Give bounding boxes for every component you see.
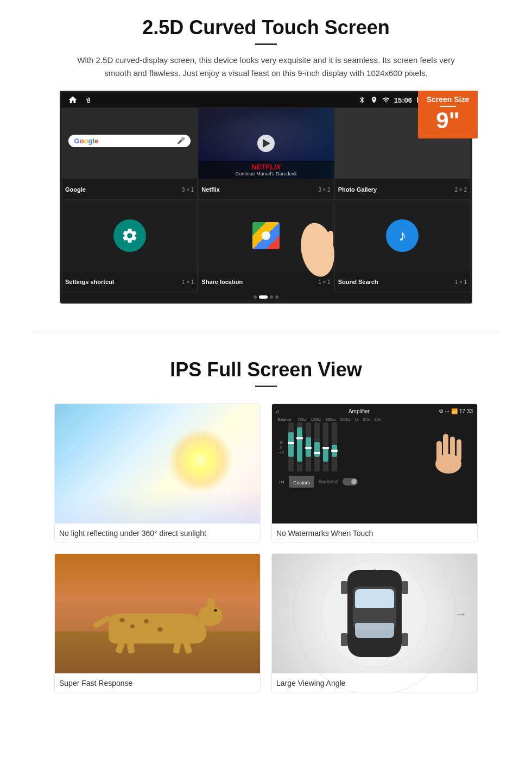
status-left: [68, 95, 93, 105]
freq-500hz: 500hz: [340, 418, 350, 421]
svg-rect-1: [312, 225, 319, 253]
sunlight-image: [55, 404, 260, 523]
section-curved: 2.5D Curved Touch Screen With 2.5D curve…: [0, 0, 532, 314]
eq-bar-5: [323, 422, 328, 471]
cheetah-caption-text: Super Fast Response: [59, 679, 132, 687]
play-button[interactable]: [257, 135, 275, 152]
section2-title: IPS Full Screen View: [33, 358, 499, 381]
feature-amplifier-card: ⌂ Amplifier ⚙ ··· 📶 17:33 Balance 60hz 1…: [271, 403, 478, 542]
feature-grid: No light reflecting under 360° direct su…: [33, 403, 499, 692]
amp-custom-btn[interactable]: Custom: [289, 476, 314, 488]
netflix-cell-label: Netflix 3 × 2: [198, 179, 333, 200]
location-icon: [370, 96, 378, 104]
section1-description: With 2.5D curved-display screen, this de…: [76, 54, 456, 80]
sound-app-bg: ♪: [335, 200, 470, 271]
section-divider-line: [33, 331, 499, 331]
svg-point-9: [435, 454, 461, 474]
dot-3: [270, 295, 273, 299]
app-grid-row2: Settings shortcut 1 × 1: [61, 200, 471, 292]
settings-app-bg: [62, 200, 197, 271]
sound-cell-label: Sound Search 1 × 1: [335, 271, 470, 292]
amp-loudness-label: loudness: [319, 479, 338, 484]
wifi-icon: [382, 96, 390, 104]
amp-title: Amplifier: [349, 408, 370, 414]
section2-divider: [255, 386, 277, 387]
eq-bar-group: [288, 422, 337, 471]
touch-hand-eq-icon: [429, 431, 467, 482]
eq-handle-6[interactable]: [331, 450, 338, 452]
google-cell-label: Google 3 × 1: [62, 179, 197, 200]
usb-icon: [84, 96, 93, 104]
wheel-fl: [341, 581, 347, 594]
play-triangle-icon: [263, 139, 270, 148]
netflix-app-name: Netflix: [201, 186, 220, 193]
netflix-app-size: 3 × 2: [318, 187, 331, 193]
amplifier-image: ⌂ Amplifier ⚙ ··· 📶 17:33 Balance 60hz 1…: [272, 404, 477, 523]
gallery-app-size: 2 × 2: [454, 187, 467, 193]
netflix-sub: Continue Marvel's Daredevil: [201, 171, 330, 176]
amp-eq-icon: ⚙: [439, 408, 444, 414]
cheetah-image: [55, 554, 260, 673]
sound-app-cell[interactable]: ♪ Sound Search 1 × 1: [334, 200, 471, 292]
settings-app-name: Settings shortcut: [65, 279, 114, 285]
sunlight-caption-text: No light reflecting under 360° direct su…: [59, 529, 206, 538]
freq-2k5: 2.5k: [363, 418, 370, 421]
device-wrapper: Screen Size 9": [60, 91, 472, 304]
amp-balance-label: Balance: [276, 418, 293, 421]
badge-divider: [440, 106, 456, 107]
music-note-icon: ♪: [398, 227, 406, 244]
cheetah-shape: [109, 614, 206, 644]
maps-icon: [252, 222, 280, 249]
svg-rect-2: [320, 228, 326, 254]
amp-prev-btn[interactable]: ⏮: [280, 479, 284, 484]
maps-body: [252, 222, 280, 249]
screen-badge-label: Screen Size: [423, 95, 472, 104]
section-ips: IPS Full Screen View No light reflecting…: [0, 348, 532, 709]
google-search-bar[interactable]: Google 🎤: [68, 135, 190, 147]
google-app-cell[interactable]: Google 🎤 Google 3 × 1: [61, 108, 198, 200]
netflix-logo: NETFLIX: [201, 163, 330, 171]
eq-fill-1: [288, 432, 294, 457]
feature-car-card: ↑ → Large Viewing Angle: [271, 553, 478, 692]
amp-freq-labels: Balance 60hz 100hz 200hz 500hz 1k 2.5k 1…: [276, 418, 473, 421]
sound-app-size: 1 × 1: [454, 279, 467, 285]
amp-eq-bars: 10 0 -10: [276, 422, 473, 471]
eq-handle-5[interactable]: [322, 447, 329, 449]
amp-custom-label: Custom: [293, 480, 310, 485]
netflix-app-cell[interactable]: NETFLIX Continue Marvel's Daredevil Netf…: [198, 108, 334, 200]
eq-handle-3[interactable]: [305, 447, 312, 449]
watermark-caption-text: No Watermarks When Touch: [276, 529, 373, 538]
share-app-cell[interactable]: Share location 1 × 1: [198, 200, 334, 292]
eq-bar-3: [306, 422, 311, 471]
settings-gear-icon: [121, 227, 138, 244]
watermark-caption: No Watermarks When Touch: [272, 523, 477, 542]
eq-handle-1[interactable]: [288, 442, 294, 444]
share-app-name: Share location: [201, 279, 243, 285]
page-dots: [61, 292, 471, 302]
freq-10k: 10k: [375, 418, 381, 421]
google-app-name: Google: [65, 186, 86, 193]
google-app-bg: Google 🎤: [62, 108, 197, 179]
dot-1: [254, 295, 257, 299]
settings-app-cell[interactable]: Settings shortcut 1 × 1: [61, 200, 198, 292]
amp-header: ⌂ Amplifier ⚙ ··· 📶 17:33: [276, 408, 473, 414]
google-logo: Google: [74, 137, 98, 145]
netflix-overlay: NETFLIX Continue Marvel's Daredevil: [198, 161, 333, 179]
freq-100hz: 100hz: [311, 418, 321, 421]
eq-handle-2[interactable]: [296, 437, 303, 439]
wheel-fr: [402, 581, 408, 594]
eq-fill-5: [323, 447, 328, 462]
google-mic-icon[interactable]: 🎤: [177, 137, 185, 144]
eq-handle-4[interactable]: [314, 452, 320, 454]
label-0: 0: [278, 445, 284, 449]
arrow-right: →: [455, 608, 466, 620]
screen-badge-size: 9": [423, 109, 472, 132]
status-bar: 15:06: [61, 92, 471, 108]
section1-title: 2.5D Curved Touch Screen: [33, 16, 499, 39]
wheel-rl: [341, 633, 347, 646]
car-rear-window: [355, 623, 394, 638]
freq-60hz: 60hz: [298, 418, 306, 421]
feature-cheetah-card: Super Fast Response: [54, 553, 261, 692]
amp-toggle[interactable]: [343, 478, 358, 485]
dot-4: [275, 295, 278, 299]
